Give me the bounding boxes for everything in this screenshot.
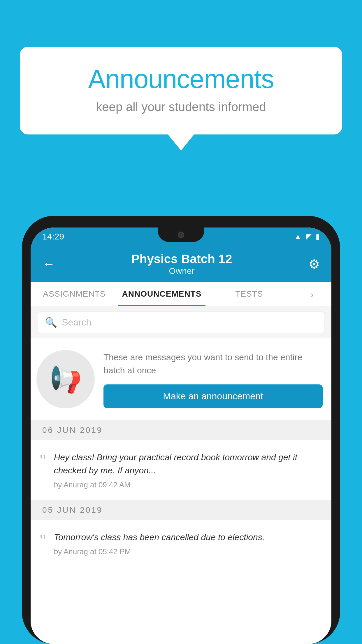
announcement-item-1[interactable]: " Hey class! Bring your practical record… xyxy=(31,440,331,500)
tab-assignments[interactable]: ASSIGNMENTS xyxy=(31,282,118,306)
header-title-area: Physics Batch 12 Owner xyxy=(55,252,308,276)
phone-frame: 14:29 ▲ ◤ ▮ ← Physics Batch 12 Owner ⚙ xyxy=(22,216,340,644)
announcement-message-2: Tomorrow's class has been cancelled due … xyxy=(54,531,323,544)
date-divider-2: 05 JUN 2019 xyxy=(31,500,331,520)
announcement-promo-right: These are messages you want to send to t… xyxy=(103,351,323,408)
notch-camera xyxy=(178,232,184,238)
tab-announcements[interactable]: ANNOUNCEMENTS xyxy=(118,282,205,306)
gear-icon[interactable]: ⚙ xyxy=(308,257,320,272)
speech-bubble-title: Announcements xyxy=(37,64,325,94)
phone-screen: 14:29 ▲ ◤ ▮ ← Physics Batch 12 Owner ⚙ xyxy=(31,228,331,644)
search-placeholder: Search xyxy=(62,317,91,328)
announcement-meta-1: by Anurag at 09:42 AM xyxy=(54,480,323,489)
phone-content: 🔍 Search 📢 These are messages you want t… xyxy=(31,306,331,644)
announcement-promo-description: These are messages you want to send to t… xyxy=(103,351,323,377)
announcement-item-2[interactable]: " Tomorrow's class has been cancelled du… xyxy=(31,520,331,567)
speech-bubble-subtitle: keep all your students informed xyxy=(37,100,325,114)
status-icons: ▲ ◤ ▮ xyxy=(294,232,320,241)
announcement-content-1: Hey class! Bring your practical record b… xyxy=(54,451,323,489)
search-bar[interactable]: 🔍 Search xyxy=(38,312,324,333)
date-divider-1: 06 JUN 2019 xyxy=(31,420,331,440)
phone-frame-container: 14:29 ▲ ◤ ▮ ← Physics Batch 12 Owner ⚙ xyxy=(22,216,340,644)
status-bar: 14:29 ▲ ◤ ▮ xyxy=(31,228,331,244)
status-time: 14:29 xyxy=(42,232,64,242)
quote-icon-2: " xyxy=(39,532,46,549)
header-subtitle: Owner xyxy=(55,266,308,276)
speech-bubble-arrow xyxy=(168,134,194,150)
tabs-bar: ASSIGNMENTS ANNOUNCEMENTS TESTS › xyxy=(31,282,331,306)
tab-tests[interactable]: TESTS xyxy=(205,282,293,306)
announcement-icon-circle: 📢 xyxy=(36,350,95,408)
search-bar-wrapper: 🔍 Search xyxy=(31,306,331,338)
speech-bubble-area: Announcements keep all your students inf… xyxy=(20,47,342,150)
wifi-icon: ▲ xyxy=(294,232,302,241)
app-header: ← Physics Batch 12 Owner ⚙ xyxy=(31,244,331,282)
announcement-message-1: Hey class! Bring your practical record b… xyxy=(54,451,323,477)
battery-icon: ▮ xyxy=(316,232,320,241)
megaphone-icon: 📢 xyxy=(49,364,82,395)
signal-icon: ◤ xyxy=(306,232,312,241)
speech-bubble: Announcements keep all your students inf… xyxy=(20,47,342,134)
tab-more[interactable]: › xyxy=(293,282,331,306)
notch xyxy=(158,228,204,242)
back-button[interactable]: ← xyxy=(42,257,55,271)
quote-icon-1: " xyxy=(39,452,46,469)
header-title: Physics Batch 12 xyxy=(55,252,308,266)
announcement-promo-section: 📢 These are messages you want to send to… xyxy=(31,338,331,420)
search-icon: 🔍 xyxy=(45,316,57,328)
announcement-content-2: Tomorrow's class has been cancelled due … xyxy=(54,531,323,556)
make-announcement-button[interactable]: Make an announcement xyxy=(103,384,323,408)
announcement-meta-2: by Anurag at 05:42 PM xyxy=(54,547,323,556)
